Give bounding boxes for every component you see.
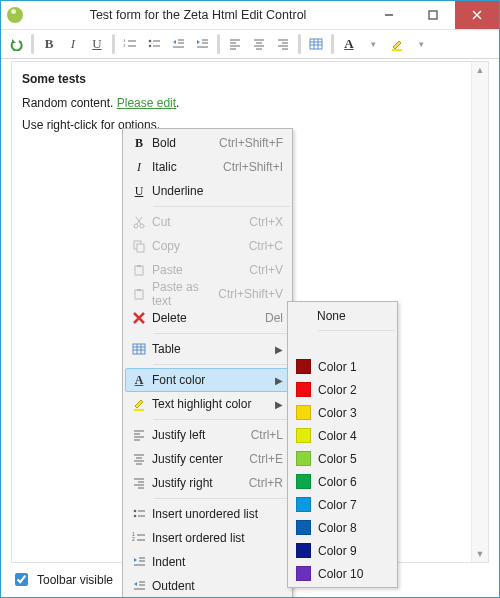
color-swatch-icon [296, 428, 311, 443]
color-none[interactable]: None [290, 304, 395, 327]
color-swatch-icon [296, 566, 311, 581]
bold-button[interactable]: B [38, 33, 60, 55]
align-right-icon [126, 476, 152, 490]
scroll-up-icon[interactable]: ▲ [472, 62, 488, 78]
editor-heading: Some tests [22, 72, 478, 86]
toolbar-visible-input[interactable] [15, 573, 28, 586]
color-option-2[interactable]: Color 2 [290, 378, 395, 401]
color-swatch-icon [296, 520, 311, 535]
please-edit-link[interactable]: Please edit [117, 96, 176, 110]
highlight-color-dropdown[interactable]: ▾ [410, 33, 432, 55]
italic-icon: I [126, 160, 152, 175]
submenu-separator [318, 330, 395, 352]
indent-button[interactable] [191, 33, 213, 55]
ctx-underline[interactable]: U Underline [125, 179, 290, 203]
ctx-italic[interactable]: I Italic Ctrl+Shift+I [125, 155, 290, 179]
minimize-button[interactable] [367, 1, 411, 29]
ordered-list-icon: 12 [126, 531, 152, 545]
delete-icon [126, 312, 152, 324]
ctx-outdent[interactable]: Outdent [125, 574, 290, 598]
ctx-indent[interactable]: Indent [125, 550, 290, 574]
font-color-dropdown[interactable]: ▾ [362, 33, 384, 55]
svg-rect-41 [137, 244, 144, 252]
ctx-table[interactable]: Table ▶ [125, 337, 290, 361]
color-option-7[interactable]: Color 7 [290, 493, 395, 516]
toolbar-separator [112, 34, 115, 54]
toolbar-visible-label: Toolbar visible [37, 573, 113, 587]
ctx-justify-center[interactable]: Justify center Ctrl+E [125, 447, 290, 471]
outdent-button[interactable] [167, 33, 189, 55]
ctx-paste-text[interactable]: Paste as text Ctrl+Shift+V [125, 282, 290, 306]
svg-rect-30 [310, 39, 322, 49]
ctx-separator [153, 498, 290, 499]
color-option-1[interactable]: Color 1 [290, 355, 395, 378]
undo-button[interactable] [5, 33, 27, 55]
underline-button[interactable]: U [86, 33, 108, 55]
toolbar-visible-checkbox[interactable]: Toolbar visible [11, 570, 113, 589]
ctx-justify-right[interactable]: Justify right Ctrl+R [125, 471, 290, 495]
svg-line-39 [136, 217, 141, 224]
svg-point-67 [134, 515, 137, 518]
svg-rect-48 [133, 344, 145, 354]
bold-icon: B [126, 136, 152, 151]
ordered-list-button[interactable]: 12 [119, 33, 141, 55]
window-buttons [367, 1, 499, 29]
color-swatch-icon [296, 474, 311, 489]
ctx-copy[interactable]: Copy Ctrl+C [125, 234, 290, 258]
table-icon [126, 342, 152, 356]
ctx-bold[interactable]: B Bold Ctrl+Shift+F [125, 131, 290, 155]
svg-point-36 [134, 224, 138, 228]
svg-line-38 [137, 217, 142, 224]
ctx-delete[interactable]: Delete Del [125, 306, 290, 330]
ctx-separator [153, 333, 290, 334]
color-option-3[interactable]: Color 3 [290, 401, 395, 424]
color-label: Color 3 [318, 406, 394, 420]
ctx-separator [153, 206, 290, 207]
vertical-scrollbar[interactable]: ▲ ▼ [471, 62, 488, 562]
align-center-button[interactable] [248, 33, 270, 55]
cut-icon [126, 215, 152, 229]
align-right-button[interactable] [272, 33, 294, 55]
highlight-color-button[interactable] [386, 33, 408, 55]
ctx-ordered-list[interactable]: 12 Insert ordered list [125, 526, 290, 550]
svg-point-66 [134, 510, 137, 513]
color-swatch-icon [296, 497, 311, 512]
scroll-down-icon[interactable]: ▼ [472, 546, 488, 562]
titlebar: Test form for the Zeta Html Edit Control [1, 1, 499, 30]
color-swatch-icon [296, 451, 311, 466]
svg-point-9 [149, 45, 152, 48]
align-left-icon [126, 428, 152, 442]
color-option-8[interactable]: Color 8 [290, 516, 395, 539]
ctx-highlight-color[interactable]: Text highlight color ▶ [125, 392, 290, 416]
color-option-5[interactable]: Color 5 [290, 447, 395, 470]
color-label: Color 7 [318, 498, 394, 512]
font-color-button[interactable]: A [338, 33, 360, 55]
svg-rect-45 [137, 289, 141, 291]
color-swatch-icon [296, 359, 311, 374]
svg-text:2: 2 [123, 43, 126, 48]
color-swatch-icon [296, 405, 311, 420]
color-label: Color 4 [318, 429, 394, 443]
ctx-paste[interactable]: Paste Ctrl+V [125, 258, 290, 282]
maximize-button[interactable] [411, 1, 455, 29]
ctx-unordered-list[interactable]: Insert unordered list [125, 502, 290, 526]
close-button[interactable] [455, 1, 499, 29]
color-label: Color 2 [318, 383, 394, 397]
svg-point-8 [149, 40, 152, 43]
color-option-9[interactable]: Color 9 [290, 539, 395, 562]
ctx-cut[interactable]: Cut Ctrl+X [125, 210, 290, 234]
color-label: Color 5 [318, 452, 394, 466]
font-color-submenu: None Color 1Color 2Color 3Color 4Color 5… [287, 301, 398, 588]
table-button[interactable] [305, 33, 327, 55]
color-option-10[interactable]: Color 10 [290, 562, 395, 585]
unordered-list-button[interactable] [143, 33, 165, 55]
italic-button[interactable]: I [62, 33, 84, 55]
toolbar-separator [298, 34, 301, 54]
ctx-font-color[interactable]: A Font color ▶ [125, 368, 290, 392]
align-left-button[interactable] [224, 33, 246, 55]
color-option-4[interactable]: Color 4 [290, 424, 395, 447]
ctx-justify-left[interactable]: Justify left Ctrl+L [125, 423, 290, 447]
svg-rect-1 [429, 11, 437, 19]
svg-point-37 [140, 224, 144, 228]
color-option-6[interactable]: Color 6 [290, 470, 395, 493]
